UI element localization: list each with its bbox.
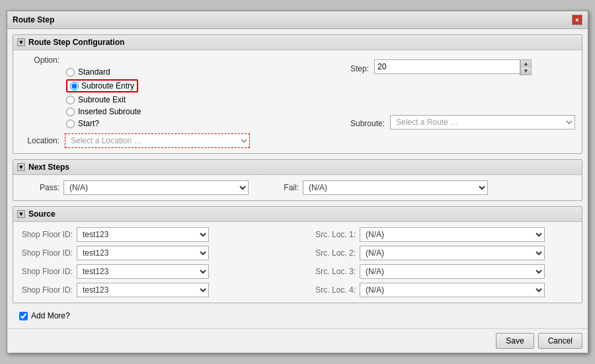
config-section-content: Option: Standard Subr (13, 50, 582, 153)
sf-label-1: Shop Floor ID: (20, 230, 73, 239)
cancel-button[interactable]: Cancel (538, 333, 582, 349)
source-row-4-left: Shop Floor ID: test123 (20, 283, 292, 297)
sf-label-4: Shop Floor ID: (20, 285, 73, 295)
subroute-entry-selected-box: Subroute Entry (66, 79, 138, 92)
option-label-row: Option: (20, 55, 344, 65)
radio-standard-row: Standard (66, 67, 344, 77)
src-loc-label-3: Src. Loc. 3: (303, 267, 356, 276)
next-steps-collapse-icon[interactable]: ▼ (17, 163, 25, 171)
config-section-title: Route Step Configuration (28, 38, 124, 47)
step-row: Step: 20 ▲ ▼ (350, 59, 575, 75)
src-loc-select-3[interactable]: (N/A) (360, 264, 545, 279)
radio-standard-label: Standard (78, 67, 110, 77)
config-section-header: ▼ Route Step Configuration (13, 35, 582, 50)
source-row-2-left: Shop Floor ID: test123 (20, 246, 292, 260)
next-steps-section: ▼ Next Steps Pass: (N/A) Fail: (N/A) (13, 159, 582, 201)
radio-subroute-entry-row: Subroute Entry (66, 79, 344, 92)
config-section: ▼ Route Step Configuration Option: (13, 34, 582, 154)
location-label: Location: (20, 136, 60, 145)
source-collapse-icon[interactable]: ▼ (17, 210, 25, 218)
radio-inserted-subroute-row: Inserted Subroute (66, 107, 344, 116)
radio-subroute-exit-row: Subroute Exit (66, 95, 344, 104)
radio-subroute-exit[interactable] (66, 96, 75, 104)
source-row-1-right: Src. Loc. 1: (N/A) (303, 227, 575, 242)
src-loc-label-1: Src. Loc. 1: (303, 230, 356, 239)
dialog-title: Route Step (13, 15, 54, 24)
step-value[interactable]: 20 (374, 59, 520, 74)
add-more-row: Add More? (13, 309, 582, 323)
sf-label-2: Shop Floor ID: (20, 248, 73, 258)
src-loc-select-1[interactable]: (N/A) (360, 227, 545, 242)
radio-subroute-exit-label: Subroute Exit (78, 95, 126, 104)
source-grid: Shop Floor ID: test123 Src. Loc. 1: (N/A… (20, 227, 575, 297)
radio-standard[interactable] (66, 68, 75, 77)
step-down-button[interactable]: ▼ (520, 67, 531, 75)
radio-start-row: Start? (66, 119, 344, 128)
source-row-3-left: Shop Floor ID: test123 (20, 264, 292, 279)
radio-inserted-subroute-label: Inserted Subroute (78, 107, 141, 116)
fail-select[interactable]: (N/A) (303, 180, 488, 195)
location-row: Location: Select a Location … (20, 133, 344, 148)
step-spinner: ▲ ▼ (520, 59, 532, 75)
option-radio-group: Option: Standard Subr (20, 55, 344, 128)
source-row-2-right: Src. Loc. 2: (N/A) (303, 246, 575, 260)
src-loc-label-4: Src. Loc. 4: (303, 285, 356, 295)
dialog-footer: Save Cancel (7, 328, 588, 353)
radio-start-label: Start? (78, 119, 99, 128)
source-section-title: Source (28, 209, 56, 219)
options-column: Option: Standard Subr (20, 55, 344, 148)
option-field-label: Option: (20, 55, 60, 65)
src-loc-select-4[interactable]: (N/A) (360, 283, 545, 297)
add-more-label: Add More? (31, 311, 70, 320)
fail-group: Fail: (N/A) (259, 180, 488, 195)
config-grid: Option: Standard Subr (20, 55, 575, 148)
subroute-select[interactable]: Select a Route … (390, 115, 575, 129)
step-area: Step: 20 ▲ ▼ (350, 55, 575, 129)
subroute-row: Subroute: Select a Route … (350, 115, 575, 129)
add-more-checkbox[interactable] (19, 312, 28, 320)
dialog-body: ▼ Route Step Configuration Option: (7, 29, 588, 328)
sf-label-3: Shop Floor ID: (20, 267, 73, 276)
save-button[interactable]: Save (496, 333, 534, 349)
close-button[interactable]: × (572, 15, 582, 25)
source-row-3-right: Src. Loc. 3: (N/A) (303, 264, 575, 279)
source-row-4-right: Src. Loc. 4: (N/A) (303, 283, 575, 297)
config-collapse-icon[interactable]: ▼ (17, 38, 25, 46)
radio-inserted-subroute[interactable] (66, 108, 75, 116)
pass-select[interactable]: (N/A) (63, 180, 249, 195)
sf-select-3[interactable]: test123 (77, 264, 209, 279)
fail-label: Fail: (259, 183, 299, 192)
route-step-dialog: Route Step × ▼ Route Step Configuration … (7, 11, 588, 353)
source-section-header: ▼ Source (13, 207, 582, 222)
sf-select-2[interactable]: test123 (77, 246, 209, 260)
next-steps-header: ▼ Next Steps (13, 160, 582, 175)
source-section-content: Shop Floor ID: test123 Src. Loc. 1: (N/A… (13, 222, 582, 303)
step-up-button[interactable]: ▲ (520, 60, 531, 67)
next-steps-content: Pass: (N/A) Fail: (N/A) (13, 175, 582, 200)
pass-group: Pass: (N/A) (20, 180, 249, 195)
next-steps-title: Next Steps (28, 163, 69, 172)
pass-label: Pass: (20, 183, 60, 192)
right-section: Step: 20 ▲ ▼ (350, 55, 575, 148)
step-label: Step: (350, 61, 369, 73)
subroute-label: Subroute: (350, 116, 385, 128)
source-row-1-left: Shop Floor ID: test123 (20, 227, 292, 242)
src-loc-label-2: Src. Loc. 2: (303, 248, 356, 258)
src-loc-select-2[interactable]: (N/A) (360, 246, 545, 260)
radio-subroute-entry[interactable] (70, 82, 79, 91)
sf-select-1[interactable]: test123 (77, 227, 209, 242)
location-select[interactable]: Select a Location … (65, 133, 250, 148)
source-section: ▼ Source Shop Floor ID: test123 Src. Loc… (13, 206, 582, 303)
dialog-titlebar: Route Step × (7, 11, 588, 29)
radio-subroute-entry-label: Subroute Entry (81, 81, 134, 91)
sf-select-4[interactable]: test123 (77, 283, 209, 297)
step-field-wrapper: 20 ▲ ▼ (374, 59, 532, 75)
radio-start[interactable] (66, 120, 75, 128)
next-steps-row: Pass: (N/A) Fail: (N/A) (20, 180, 575, 195)
